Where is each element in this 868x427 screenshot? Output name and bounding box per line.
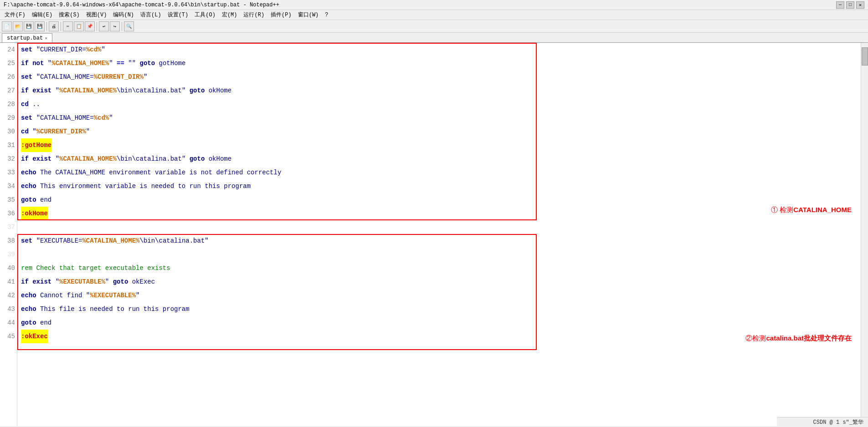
toolbar-sep-3	[97, 22, 97, 31]
tab-bar: startup.bat ✕	[0, 33, 868, 43]
line-num-39: 39	[2, 248, 15, 261]
line-num-28: 28	[2, 97, 15, 111]
line-num-36: 36	[2, 207, 15, 220]
title-controls: — □ ✕	[836, 1, 864, 9]
code-line-45: :okExec	[21, 330, 861, 343]
code-line-36: :okHome	[21, 207, 861, 220]
line-num-32: 32	[2, 152, 15, 166]
tb-redo[interactable]: ↪	[110, 21, 120, 31]
tb-find[interactable]: 🔍	[124, 21, 134, 31]
tb-paste[interactable]: 📌	[85, 21, 95, 31]
menu-settings[interactable]: 设置(T)	[165, 10, 191, 20]
close-button[interactable]: ✕	[856, 1, 864, 9]
menu-macro[interactable]: 宏(M)	[219, 10, 240, 20]
menu-file[interactable]: 文件(F)	[2, 10, 28, 20]
code-line-25: if not "%CATALINA_HOME%" == "" goto gotH…	[21, 56, 861, 70]
line-num-30: 30	[2, 125, 15, 138]
tb-new[interactable]: 📄	[2, 21, 12, 31]
line-num-26: 26	[2, 70, 15, 84]
toolbar-sep-1	[46, 22, 47, 31]
line-num-24: 24	[2, 43, 15, 56]
line-num-35: 35	[2, 193, 15, 207]
tab-startup-bat[interactable]: startup.bat ✕	[2, 33, 52, 42]
line-num-27: 27	[2, 84, 15, 97]
toolbar-sep-2	[61, 22, 61, 31]
menu-edit[interactable]: 编辑(E)	[29, 10, 56, 20]
code-line-44: goto end	[21, 316, 861, 330]
menu-tools[interactable]: 工具(O)	[192, 10, 218, 20]
status-bar: CSDN @ 1 s"_繁华	[777, 417, 868, 426]
code-line-34: echo This environment variable is needed…	[21, 179, 861, 193]
code-line-27: if exist "%CATALINA_HOME%\bin\catalina.b…	[21, 84, 861, 97]
code-line-32: if exist "%CATALINA_HOME%\bin\catalina.b…	[21, 152, 861, 166]
code-line-43: echo This file is needed to run this pro…	[21, 302, 861, 316]
code-area[interactable]: set "CURRENT_DIR=%cd%" if not "%CATALINA…	[17, 43, 861, 426]
line-num-44: 44	[2, 316, 15, 330]
code-line-40: rem Check that target executable exists	[21, 261, 861, 275]
menu-window[interactable]: 窗口(W)	[295, 10, 322, 20]
menu-view[interactable]: 视图(V)	[83, 10, 110, 20]
menu-encoding[interactable]: 编码(N)	[110, 10, 137, 20]
line-num-34: 34	[2, 179, 15, 193]
code-line-33: echo The CATALINA_HOME environment varia…	[21, 166, 861, 179]
code-line-30: cd "%CURRENT_DIR%"	[21, 125, 861, 138]
tb-open[interactable]: 📂	[13, 21, 23, 31]
menu-plugins[interactable]: 插件(P)	[268, 10, 294, 20]
scrollbar-area[interactable]	[861, 43, 868, 426]
code-line-42: echo Cannot find "%EXECUTABLE%"	[21, 289, 861, 302]
tb-undo[interactable]: ↩	[99, 21, 109, 31]
title-text: F:\apache-tomcat-9.0.64-windows-x64\apac…	[4, 2, 279, 8]
status-text: CSDN @ 1 s"_繁华	[813, 419, 863, 426]
line-num-45: 45	[2, 330, 15, 343]
menu-help[interactable]: ?	[322, 11, 331, 19]
code-line-35: goto end	[21, 193, 861, 207]
code-line-41: if exist "%EXECUTABLE%" goto okExec	[21, 275, 861, 289]
code-line-24: set "CURRENT_DIR=%cd%"	[21, 43, 861, 56]
line-num-43: 43	[2, 302, 15, 316]
line-num-29: 29	[2, 111, 15, 125]
line-num-38: 38	[2, 234, 15, 248]
menu-bar: 文件(F) 编辑(E) 搜索(S) 视图(V) 编码(N) 语言(L) 设置(T…	[0, 10, 868, 20]
code-line-28: cd ..	[21, 97, 861, 111]
toolbar: 📄 📂 💾 💾 🖨 ✂ 📋 📌 ↩ ↪ 🔍	[0, 20, 868, 33]
tb-copy[interactable]: 📋	[74, 21, 84, 31]
code-line-26: set "CATALINA_HOME=%CURRENT_DIR%"	[21, 70, 861, 84]
tb-print[interactable]: 🖨	[49, 21, 59, 31]
line-numbers: 24 25 26 27 28 29 30 31 32 33 34 35 36 3…	[0, 43, 17, 426]
line-num-33: 33	[2, 166, 15, 179]
scrollbar-thumb[interactable]	[862, 47, 868, 66]
line-num-25: 25	[2, 56, 15, 70]
tab-close-icon[interactable]: ✕	[45, 36, 47, 41]
editor: 24 25 26 27 28 29 30 31 32 33 34 35 36 3…	[0, 43, 868, 426]
annotation-catalina-home: ① 检测CATALINA_HOME	[771, 206, 852, 214]
annotation-catalina-bat: ②检测catalina.bat批处理文件存在	[745, 334, 852, 343]
maximize-button[interactable]: □	[846, 1, 854, 9]
code-line-39	[21, 248, 861, 261]
minimize-button[interactable]: —	[836, 1, 844, 9]
code-line-38: set "EXECUTABLE=%CATALINA_HOME%\bin\cata…	[21, 234, 861, 248]
line-num-37: 37	[2, 220, 15, 234]
menu-run[interactable]: 运行(R)	[241, 10, 267, 20]
tab-label: startup.bat	[7, 35, 43, 41]
line-num-42: 42	[2, 289, 15, 302]
tb-save[interactable]: 💾	[24, 21, 34, 31]
menu-language[interactable]: 语言(L)	[138, 10, 164, 20]
code-line-31: :gotHome	[21, 138, 861, 152]
code-line-37	[21, 220, 861, 234]
menu-search[interactable]: 搜索(S)	[56, 10, 82, 20]
line-num-31: 31	[2, 138, 15, 152]
toolbar-sep-4	[122, 22, 122, 31]
tb-cut[interactable]: ✂	[63, 21, 73, 31]
title-bar: F:\apache-tomcat-9.0.64-windows-x64\apac…	[0, 0, 868, 10]
code-line-29: set "CATALINA_HOME=%cd%"	[21, 111, 861, 125]
line-num-41: 41	[2, 275, 15, 289]
line-num-40: 40	[2, 261, 15, 275]
tb-saveall[interactable]: 💾	[35, 21, 45, 31]
